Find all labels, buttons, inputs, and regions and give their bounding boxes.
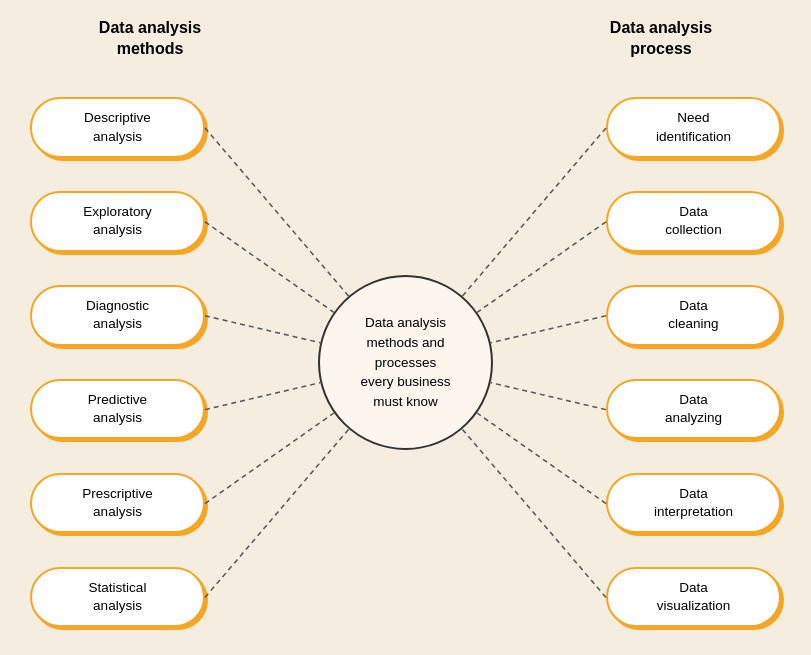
pill-data-cleaning: Datacleaning — [606, 285, 781, 345]
svg-line-0 — [205, 128, 349, 296]
pill-data-visualization: Datavisualization — [606, 567, 781, 627]
center-circle: Data analysismethods andprocessesevery b… — [318, 275, 493, 450]
svg-line-7 — [477, 221, 606, 312]
right-header: Data analysisprocess — [571, 18, 751, 60]
pill-exploratory: Exploratoryanalysis — [30, 191, 205, 251]
svg-line-3 — [205, 382, 320, 409]
svg-line-10 — [477, 413, 606, 504]
pill-descriptive: Descriptiveanalysis — [30, 97, 205, 157]
svg-line-9 — [491, 382, 606, 409]
svg-line-4 — [205, 413, 334, 504]
pill-data-analyzing: Dataanalyzing — [606, 379, 781, 439]
svg-line-2 — [205, 315, 320, 342]
main-area: Descriptiveanalysis Exploratoryanalysis … — [0, 70, 811, 655]
svg-line-1 — [205, 221, 334, 312]
pill-statistical: Statisticalanalysis — [30, 567, 205, 627]
pill-diagnostic: Diagnosticanalysis — [30, 285, 205, 345]
diagram: Data analysismethods Data analysisproces… — [0, 0, 811, 655]
left-column: Descriptiveanalysis Exploratoryanalysis … — [30, 97, 205, 627]
svg-line-6 — [462, 128, 606, 296]
pill-data-collection: Datacollection — [606, 191, 781, 251]
right-column: Needidentification Datacollection Datacl… — [606, 97, 781, 627]
headers: Data analysismethods Data analysisproces… — [0, 0, 811, 70]
svg-line-8 — [491, 315, 606, 342]
pill-data-interpretation: Datainterpretation — [606, 473, 781, 533]
svg-line-5 — [205, 429, 349, 597]
svg-line-11 — [462, 429, 606, 597]
left-header: Data analysismethods — [60, 18, 240, 60]
pill-prescriptive: Prescriptiveanalysis — [30, 473, 205, 533]
pill-predictive: Predictiveanalysis — [30, 379, 205, 439]
pill-need-identification: Needidentification — [606, 97, 781, 157]
